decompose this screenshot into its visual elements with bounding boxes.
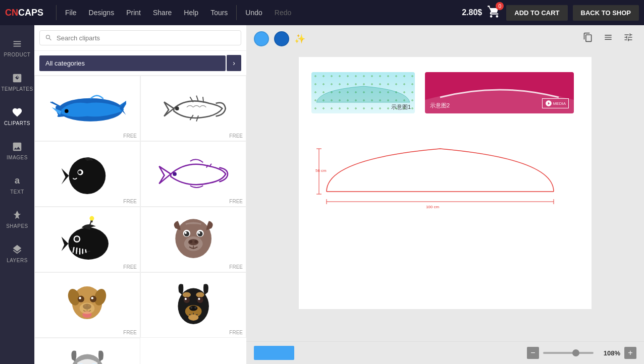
- sidebar-label-templates: TEMPLATES: [1, 86, 33, 92]
- preview-image-1: 示意图1: [311, 72, 415, 113]
- sidebar-item-images[interactable]: IMAGES: [0, 133, 34, 167]
- svg-point-51: [80, 302, 95, 314]
- list-item[interactable]: FREE: [34, 272, 140, 338]
- category-row: All categories ›: [34, 51, 246, 76]
- category-arrow-button[interactable]: ›: [227, 55, 241, 71]
- nav-redo[interactable]: Redo: [269, 0, 297, 25]
- grid-icon-button[interactable]: [600, 30, 616, 47]
- free-badge: FREE: [123, 133, 137, 139]
- cap-outline-svg: 56 cm 100 cm: [311, 134, 564, 214]
- svg-point-42: [78, 295, 84, 302]
- magic-wand-icon[interactable]: ✨: [294, 33, 305, 44]
- svg-line-9: [203, 97, 203, 103]
- svg-text:100 cm: 100 cm: [426, 205, 440, 209]
- clipart-svg-bass: [154, 83, 232, 134]
- nav-file[interactable]: File: [59, 0, 83, 25]
- back-to-shop-button[interactable]: BACK TO SHOP: [573, 5, 639, 21]
- sidebar-item-shapes[interactable]: SHAPES: [0, 202, 34, 236]
- nav-undo[interactable]: Undo: [239, 0, 268, 25]
- nav-divider: [56, 5, 57, 20]
- sidebar-item-layers[interactable]: LAYERS: [0, 236, 34, 270]
- clipart-svg-marlin: [48, 83, 126, 134]
- logo-cn: CN: [5, 8, 18, 18]
- svg-point-62: [194, 307, 196, 309]
- sidebar-icons: PRODUCT TEMPLATES CLIPARTS IMAGES a TEXT: [0, 25, 34, 364]
- svg-point-56: [197, 297, 203, 303]
- add-to-cart-button[interactable]: ADD TO CART: [506, 5, 567, 21]
- sidebar-label-layers: LAYERS: [7, 258, 28, 263]
- zoom-in-button[interactable]: +: [624, 347, 636, 359]
- svg-point-32: [185, 232, 187, 234]
- zoom-out-button[interactable]: −: [527, 347, 539, 359]
- sidebar-item-product[interactable]: PRODUCT: [0, 30, 34, 65]
- list-item[interactable]: FREE: [34, 76, 140, 141]
- sidebar-label-product: PRODUCT: [4, 52, 31, 57]
- svg-point-15: [173, 172, 177, 176]
- svg-text:56 cm: 56 cm: [315, 168, 327, 173]
- cap-outline-area: 56 cm 100 cm: [309, 129, 581, 221]
- color-circle-dark-blue[interactable]: [274, 31, 289, 46]
- list-item[interactable]: FREE: [140, 207, 246, 272]
- canvas-area: ✨: [246, 25, 644, 364]
- nav-share[interactable]: Share: [147, 0, 178, 25]
- sidebar-item-templates[interactable]: TEMPLATES: [0, 65, 34, 99]
- list-item[interactable]: FREE: [34, 207, 140, 272]
- search-box[interactable]: [39, 30, 241, 45]
- copy-icon-button[interactable]: [580, 30, 596, 47]
- zoom-controls: − 108% +: [527, 347, 636, 359]
- color-swatch[interactable]: [254, 346, 294, 360]
- svg-point-25: [75, 236, 79, 241]
- svg-point-18: [68, 227, 109, 260]
- nav-help[interactable]: Help: [178, 0, 204, 25]
- search-area: [34, 25, 246, 51]
- layers-icon: [11, 244, 23, 256]
- sidebar-item-cliparts[interactable]: CLIPARTS: [0, 99, 34, 133]
- free-badge: FREE: [229, 133, 243, 139]
- free-badge: FREE: [229, 199, 243, 204]
- clipart-svg-boxer: [168, 214, 219, 265]
- list-item[interactable]: FREE: [140, 76, 246, 141]
- list-item[interactable]: FREE: [34, 338, 140, 364]
- svg-point-4: [65, 109, 69, 113]
- preview-row: 示意图1 MEDIA 示意图2: [309, 67, 581, 118]
- clipart-svg-tuna: [151, 148, 235, 200]
- svg-point-37: [194, 240, 197, 243]
- svg-point-6: [175, 106, 179, 110]
- nav-print[interactable]: Print: [120, 0, 147, 25]
- color-circle-light-blue[interactable]: [254, 31, 269, 46]
- sidebar-item-text[interactable]: a TEXT: [0, 167, 34, 202]
- canvas-content[interactable]: 示意图1 MEDIA 示意图2: [246, 52, 644, 341]
- svg-point-31: [197, 231, 202, 236]
- free-badge: FREE: [123, 330, 137, 335]
- svg-point-12: [69, 157, 106, 194]
- svg-point-54: [196, 292, 204, 297]
- templates-icon: [11, 72, 23, 84]
- cart-icon-wrap[interactable]: 0: [487, 5, 501, 21]
- svg-point-45: [91, 297, 94, 299]
- list-item[interactable]: FREE: [140, 141, 246, 207]
- svg-point-26: [90, 216, 94, 220]
- bottom-bar: − 108% +: [246, 341, 644, 364]
- main-layout: PRODUCT TEMPLATES CLIPARTS IMAGES a TEXT: [0, 25, 644, 364]
- small-logo: MEDIA: [542, 98, 569, 108]
- preview-label-2: 示意图2: [430, 102, 450, 109]
- svg-point-36: [189, 240, 192, 243]
- search-input[interactable]: [57, 34, 236, 42]
- list-item[interactable]: FREE: [34, 141, 140, 207]
- logo: CNCAPS: [5, 8, 43, 18]
- svg-line-20: [76, 248, 77, 254]
- nav-tours[interactable]: Tours: [204, 0, 234, 25]
- svg-point-58: [198, 298, 200, 300]
- svg-line-23: [86, 249, 86, 253]
- svg-point-53: [182, 292, 190, 297]
- list-item[interactable]: FREE: [140, 272, 246, 338]
- design-canvas: 示意图1 MEDIA 示意图2: [299, 57, 592, 309]
- nav-designs[interactable]: Designs: [83, 0, 121, 25]
- text-icon: a: [11, 175, 23, 187]
- category-select[interactable]: All categories: [39, 55, 226, 71]
- free-badge: FREE: [229, 330, 243, 335]
- free-badge: FREE: [229, 264, 243, 270]
- zoom-slider[interactable]: [543, 352, 594, 354]
- svg-point-14: [78, 170, 82, 174]
- sliders-icon-button[interactable]: [620, 30, 636, 47]
